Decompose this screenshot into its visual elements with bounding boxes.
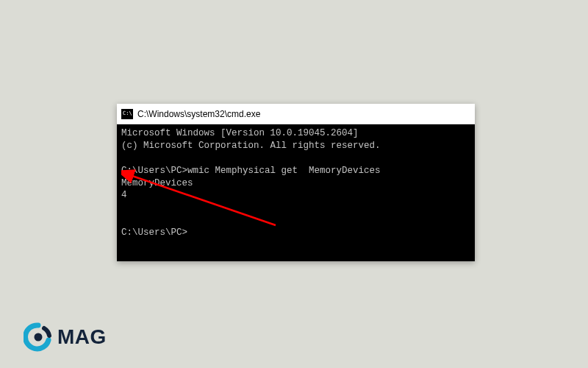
terminal-prompt-1: C:\Users\PC>wmic Memphysical get MemoryD… — [121, 166, 381, 176]
brand-logo: MAG — [24, 322, 107, 352]
prompt-prefix: C:\Users\PC> — [121, 166, 187, 176]
terminal-output-value: 4 — [121, 190, 127, 200]
window-title: C:\Windows\system32\cmd.exe — [137, 109, 260, 119]
cmd-icon: C:\ — [121, 109, 133, 119]
window-titlebar[interactable]: C:\ C:\Windows\system32\cmd.exe — [117, 104, 475, 124]
brand-logo-text: MAG — [57, 325, 107, 349]
svg-point-2 — [35, 333, 43, 342]
terminal-output[interactable]: Microsoft Windows [Version 10.0.19045.26… — [117, 124, 475, 261]
terminal-prompt-2: C:\Users\PC> — [121, 227, 187, 238]
prompt-command: wmic Memphysical get MemoryDevices — [187, 166, 381, 176]
terminal-line-copyright: (c) Microsoft Corporation. All rights re… — [121, 141, 381, 151]
brand-logo-mark — [24, 322, 53, 352]
logo-c-icon — [24, 322, 53, 352]
prompt-prefix: C:\Users\PC> — [121, 227, 187, 238]
cmd-icon-text: C:\ — [123, 111, 132, 116]
cmd-window: C:\ C:\Windows\system32\cmd.exe Microsof… — [117, 104, 475, 261]
terminal-output-header: MemoryDevices — [121, 178, 193, 188]
terminal-line-version: Microsoft Windows [Version 10.0.19045.26… — [121, 128, 359, 138]
